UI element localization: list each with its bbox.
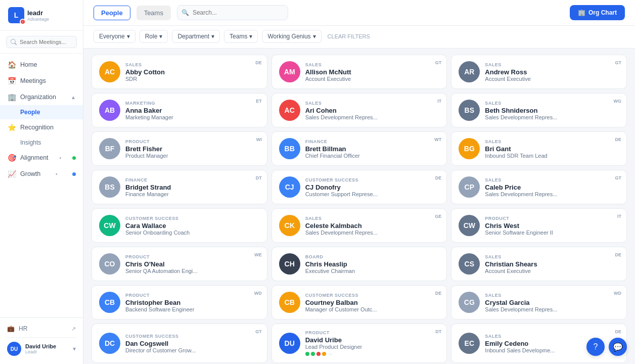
user-name: David Uribe [25,343,69,349]
list-item[interactable]: BG SALES Bri Gant Inbound SDR Team Lead … [451,131,627,166]
person-info: SALES Andrew Ross Account Executive [485,62,619,82]
list-item[interactable]: CJ CUSTOMER SUCCESS CJ Donofry Customer … [271,170,447,204]
user-menu-icon[interactable]: ▾ [73,345,76,352]
person-role: Backend Software Engineer [125,306,260,312]
avatar: AC [279,100,300,121]
card-badge: GT [615,60,621,65]
list-item[interactable]: CK SALES Celeste Kalmbach Sales Developm… [271,208,447,243]
status-dot [311,352,315,356]
sidebar-hr-item[interactable]: 💼 HR ↗ [6,322,77,335]
growth-expand-icon: • [56,171,58,177]
logo-area: L ! leadr Advantage [0,0,83,31]
sidebar-item-growth[interactable]: 📈 Growth • [0,166,83,182]
avatar: AB [99,100,120,121]
person-role: Finance Manager [125,191,260,197]
sidebar-item-organization-label: Organization [20,94,56,101]
person-role: Sales Development Repres... [485,114,619,120]
list-item[interactable]: CO PRODUCT Chris O'Neal Senior QA Automa… [92,247,267,281]
list-item[interactable]: CB PRODUCT Christopher Bean Backend Soft… [92,285,267,320]
filter-working-genius[interactable]: Working Genius ▾ [262,30,321,43]
filter-everyone[interactable]: Everyone ▾ [94,30,135,43]
org-chart-icon: 🏢 [578,9,585,16]
list-item[interactable]: BS SALES Beth Shniderson Sales Developme… [451,93,627,127]
list-item[interactable]: DU PRODUCT David Uribe Lead Product Desi… [271,324,447,363]
list-item[interactable]: AB MARKETING Anna Baker Marketing Manage… [92,93,267,127]
user-profile[interactable]: DU David Uribe Leadr ▾ [6,337,77,360]
card-badge: WI [256,137,262,142]
person-name: Brett Fisher [125,145,260,153]
card-badge: DT [256,175,262,180]
filters-bar: Everyone ▾ Role ▾ Department ▾ Teams ▾ W… [83,26,635,49]
card-badge: IT [617,214,621,219]
search-input[interactable] [177,5,288,20]
search-meetings-input[interactable] [6,36,77,48]
person-dept: PRODUCT [485,216,619,221]
person-info: CUSTOMER SUCCESS Cara Wallace Senior Onb… [125,216,260,236]
list-item[interactable]: AC SALES Abby Cotton SDR DE [92,55,267,89]
list-item[interactable]: AC SALES Ari Cohen Sales Development Rep… [271,93,447,127]
card-badge: GT [615,175,621,180]
tab-teams[interactable]: Teams [137,6,171,20]
person-role: Sales Development Repres... [305,230,440,236]
list-item[interactable]: BB FINANCE Brett Billman Chief Financial… [271,131,447,166]
growth-icon: 📈 [7,170,16,178]
chevron-down-icon: ▾ [127,33,130,40]
card-badge: DE [615,137,621,142]
person-role: Inbound SDR Team Lead [485,153,619,159]
list-item[interactable]: BF PRODUCT Brett Fisher Product Manager … [92,131,267,166]
list-item[interactable]: AR SALES Andrew Ross Account Executive G… [451,55,627,89]
avatar: CK [279,215,300,236]
list-item[interactable]: DC CUSTOMER SUCCESS Dan Cogswell Directo… [92,324,267,363]
clear-filters-button[interactable]: CLEAR FILTERS [328,33,370,39]
list-item[interactable]: CG SALES Crystal Garcia Sales Developmen… [451,285,627,320]
avatar: AR [459,61,480,82]
person-role: Manager of Customer Outc... [305,306,440,312]
organization-expand-icon: ▲ [71,95,76,100]
sidebar-item-meetings[interactable]: 📅 Meetings [0,73,83,89]
person-name: Allison McNutt [305,68,440,76]
sidebar-item-alignment[interactable]: 🎯 Alignment • [0,150,83,166]
list-item[interactable]: CW PRODUCT Chris West Senior Software En… [451,208,627,243]
person-role: SDR [125,76,260,82]
avatar: CJ [279,176,300,198]
avatar: DU [7,342,21,356]
status-icons: ··· [305,351,440,356]
person-role: Senior QA Automation Engi... [125,268,260,274]
card-badge: DT [435,329,441,334]
chat-button[interactable]: 💬 [609,338,627,356]
person-name: Chris O'Neal [125,260,260,268]
sidebar-item-people[interactable]: People [0,105,83,119]
list-item[interactable]: CB CUSTOMER SUCCESS Courtney Balban Mana… [271,285,447,320]
card-badge: DE [435,291,442,296]
help-button[interactable]: ? [586,338,605,356]
person-dept: SALES [305,62,440,67]
list-item[interactable]: CW CUSTOMER SUCCESS Cara Wallace Senior … [92,208,267,243]
filter-role[interactable]: Role ▾ [140,30,168,43]
list-item[interactable]: AM SALES Allison McNutt Account Executiv… [271,55,447,89]
person-name: Crystal Garcia [485,299,619,306]
person-info: MARKETING Anna Baker Marketing Manager [125,101,260,120]
person-info: CUSTOMER SUCCESS Dan Cogswell Director o… [125,334,260,353]
avatar: CP [459,176,480,198]
sidebar-item-recognition[interactable]: ⭐ Recognition [0,119,83,135]
tab-people[interactable]: People [94,6,130,20]
sidebar-item-home[interactable]: 🏠 Home [0,57,83,73]
list-item[interactable]: CS SALES Christian Shears Account Execut… [451,247,627,281]
filter-department[interactable]: Department ▾ [172,30,220,43]
sidebar-item-insights[interactable]: Insights [0,135,83,150]
person-info: SALES Allison McNutt Account Executive [305,62,440,82]
list-item[interactable]: CH BOARD Chris Heaslip Executive Chairma… [271,247,447,281]
list-item[interactable]: CP SALES Caleb Price Sales Development R… [451,170,627,204]
organization-icon: 🏢 [7,93,16,101]
sidebar-item-people-label: People [20,109,40,116]
list-item[interactable]: BS FINANCE Bridget Strand Finance Manage… [92,170,267,204]
topbar: People Teams 🔍 🏢 Org Chart [83,0,635,26]
person-name: Dan Cogswell [125,340,260,347]
org-chart-button[interactable]: 🏢 Org Chart [570,5,625,20]
person-role: Account Executive [485,76,619,82]
person-info: FINANCE Bridget Strand Finance Manager [125,177,260,197]
filter-teams[interactable]: Teams ▾ [224,30,258,43]
person-dept: SALES [485,139,619,144]
sidebar-item-organization[interactable]: 🏢 Organization ▲ [0,89,83,105]
person-info: CUSTOMER SUCCESS CJ Donofry Customer Sup… [305,177,440,197]
